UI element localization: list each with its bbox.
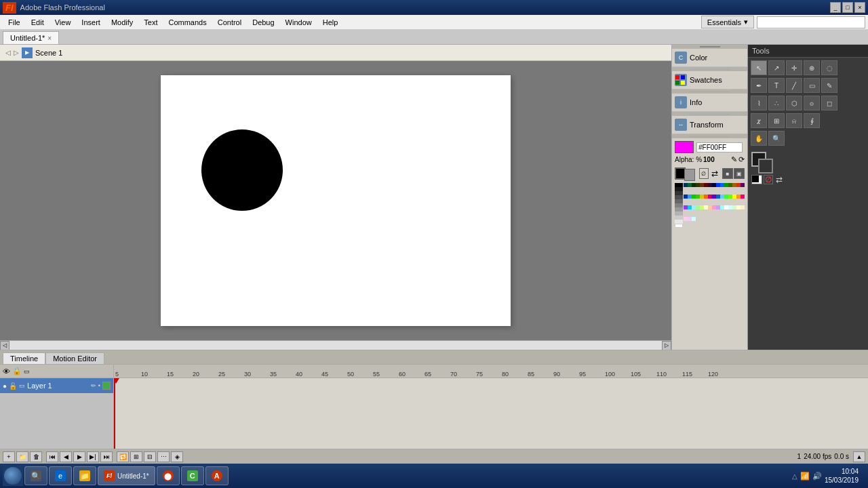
menu-file[interactable]: File <box>3 17 26 28</box>
hex-input[interactable] <box>696 142 743 152</box>
gray-swatch[interactable] <box>675 224 683 228</box>
fill-color[interactable] <box>684 169 695 181</box>
menu-edit[interactable]: Edit <box>26 17 50 28</box>
layer-lock-icon[interactable]: 🔓 <box>9 382 17 390</box>
timeline-tab[interactable]: Timeline <box>3 352 45 364</box>
edit-layer-icon[interactable]: ✏ <box>91 382 96 389</box>
taskbar-ie[interactable]: e <box>49 466 72 485</box>
loop-button[interactable]: 🔁 <box>117 451 129 462</box>
gradient-view-btn[interactable]: ▣ <box>734 168 745 179</box>
menu-modify[interactable]: Modify <box>106 17 138 28</box>
bone-tool[interactable]: 𝝌 <box>751 113 767 128</box>
pen-tool[interactable]: ✒ <box>751 78 767 93</box>
maximize-button[interactable]: □ <box>842 2 853 13</box>
no-color-icon[interactable]: ∅ <box>699 168 709 179</box>
frame-tick: 20 <box>191 371 217 378</box>
cycle-color-icon[interactable]: ⟳ <box>738 155 745 164</box>
play-button[interactable]: ▶ <box>73 451 85 462</box>
color-swatch[interactable] <box>741 205 745 209</box>
menu-commands[interactable]: Commands <box>163 17 212 28</box>
edit-color-icon[interactable]: ✎ <box>731 155 737 164</box>
document-tab[interactable]: Untitled-1* × <box>3 31 59 44</box>
essentials-button[interactable]: Essentials ▾ <box>701 16 754 28</box>
menu-window[interactable]: Window <box>280 17 317 28</box>
add-folder-button[interactable]: 📁 <box>16 451 28 462</box>
scroll-right-button[interactable]: ▷ <box>662 341 671 350</box>
prev-frame-button[interactable]: ◀ <box>60 451 72 462</box>
swap-colors-icon[interactable]: ⇄ <box>711 169 718 178</box>
paint-bucket-tool[interactable]: ⬡ <box>786 96 802 110</box>
menu-view[interactable]: View <box>50 17 77 28</box>
horizontal-scrollbar[interactable]: ◁ ▷ <box>0 340 671 350</box>
onion-skin-button[interactable]: ⋯ <box>157 451 170 462</box>
go-first-button[interactable]: ⏮ <box>46 451 58 462</box>
menu-insert[interactable]: Insert <box>76 17 106 28</box>
taskbar-red-circle[interactable]: ⬤ <box>157 466 180 485</box>
systray-arrows-icon[interactable]: △ <box>792 472 797 480</box>
next-frame-button[interactable]: ▶| <box>87 451 99 462</box>
swap-colors-btn[interactable]: ⇄ <box>774 175 784 184</box>
menu-help[interactable]: Help <box>317 17 344 28</box>
expand-timeline-button[interactable]: ▲ <box>853 451 865 462</box>
free-transform-tool[interactable]: ✛ <box>786 60 802 75</box>
add-layer-button[interactable]: + <box>3 451 15 462</box>
modify-onion-markers-button[interactable]: ⊟ <box>144 451 156 462</box>
search-input[interactable] <box>757 16 865 28</box>
scroll-track[interactable] <box>9 341 662 350</box>
rectangle-tool[interactable]: ▭ <box>804 78 820 93</box>
delete-layer-button[interactable]: 🗑 <box>30 451 42 462</box>
no-fill-icon[interactable]: ∅ <box>764 175 773 184</box>
eraser-tool[interactable]: ◻ <box>821 96 837 110</box>
fill-box[interactable] <box>758 159 773 174</box>
eyedropper-tool[interactable]: ⌾ <box>804 96 820 110</box>
dropper-tool[interactable]: ∮ <box>804 113 820 128</box>
info-panel-item[interactable]: i Info <box>672 94 747 112</box>
color-panel-item[interactable]: C Color <box>672 49 747 67</box>
tab-close-button[interactable]: × <box>47 35 52 42</box>
3d-rotation-tool[interactable]: ⊕ <box>804 60 820 75</box>
taskbar-search[interactable]: 🔍 <box>24 466 47 485</box>
canvas-area[interactable] <box>0 61 671 340</box>
zoom-tool[interactable]: 🔍 <box>768 131 785 146</box>
color-swatch[interactable] <box>741 195 745 199</box>
color-preview-swatch[interactable] <box>675 141 694 153</box>
camera-tool[interactable]: ⊞ <box>768 113 785 128</box>
minimize-button[interactable]: _ <box>830 2 841 13</box>
spray-brush-tool[interactable]: ∴ <box>768 96 785 110</box>
taskbar-flash[interactable]: Fl Untitled-1* <box>98 466 155 485</box>
ink-bottle-tool[interactable]: ⍾ <box>786 113 802 128</box>
text-tool[interactable]: T <box>768 78 785 93</box>
brush-tool[interactable]: ⌇ <box>751 96 767 110</box>
scene-label[interactable]: Scene 1 <box>35 49 62 57</box>
menu-debug[interactable]: Debug <box>247 17 279 28</box>
menu-text[interactable]: Text <box>138 17 163 28</box>
go-last-button[interactable]: ⏭ <box>100 451 113 462</box>
layer-name[interactable]: Layer 1 <box>27 382 89 390</box>
start-button[interactable] <box>3 466 23 486</box>
onion-skin-outlines-button[interactable]: ◈ <box>171 451 183 462</box>
transform-panel-item[interactable]: ↔ Transform <box>672 116 747 134</box>
menu-control[interactable]: Control <box>212 17 247 28</box>
black-white-icon[interactable] <box>751 175 762 184</box>
solid-view-btn[interactable]: ■ <box>722 168 733 179</box>
hand-tool[interactable]: ✋ <box>751 131 767 146</box>
taskbar-green-c[interactable]: C <box>181 466 204 485</box>
layer-eye-icon[interactable]: ● <box>3 382 7 390</box>
pencil-tool[interactable]: ✎ <box>821 78 837 93</box>
lasso-tool[interactable]: ◌ <box>821 60 837 75</box>
close-button[interactable]: × <box>854 2 865 13</box>
taskbar-explorer[interactable]: 📁 <box>73 466 96 485</box>
swatches-panel-item[interactable]: Swatches <box>672 71 747 89</box>
color-swatch[interactable] <box>692 217 696 221</box>
frames-row[interactable] <box>114 378 868 449</box>
color-swatch[interactable] <box>741 183 745 187</box>
taskbar-red-a[interactable]: A <box>205 466 229 485</box>
layer-dots[interactable]: • <box>98 382 100 389</box>
edit-multiple-frames-button[interactable]: ⊞ <box>130 451 142 462</box>
selection-tool[interactable]: ↖ <box>751 60 767 75</box>
motion-editor-tab[interactable]: Motion Editor <box>45 352 104 364</box>
layer-color-box[interactable] <box>102 382 111 390</box>
line-tool[interactable]: ╱ <box>786 78 802 93</box>
scroll-left-button[interactable]: ◁ <box>0 341 9 350</box>
subselection-tool[interactable]: ↗ <box>768 60 785 75</box>
